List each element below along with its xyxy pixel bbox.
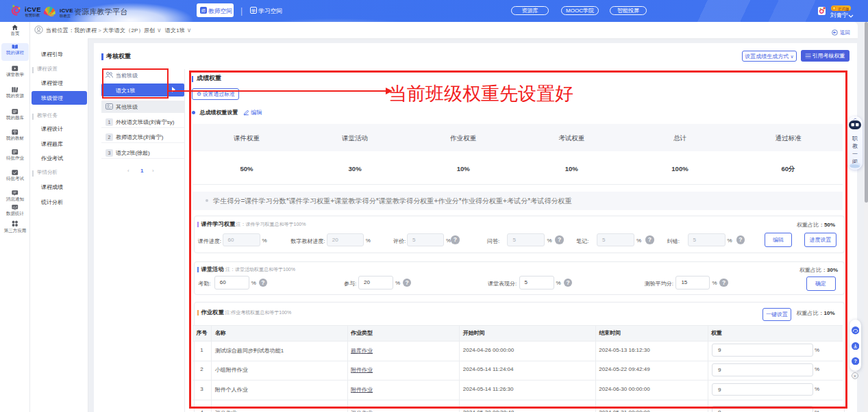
svg-text:师: 师 — [201, 8, 206, 13]
svg-text:学: 学 — [251, 8, 256, 13]
svg-text:?: ? — [854, 359, 856, 364]
